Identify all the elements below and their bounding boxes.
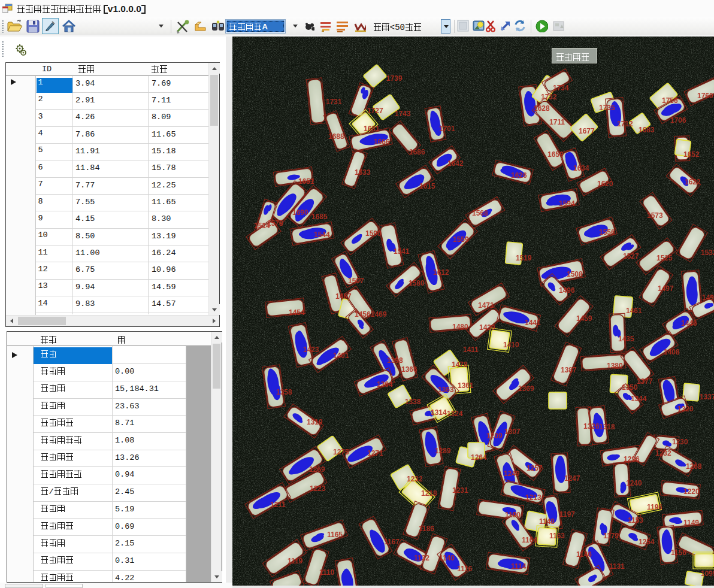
svg-text:1459: 1459 xyxy=(576,314,592,323)
svg-text:1153: 1153 xyxy=(628,516,643,525)
svg-text:1095: 1095 xyxy=(701,569,714,578)
svg-text:1556: 1556 xyxy=(599,228,615,237)
svg-text:1410: 1410 xyxy=(503,341,519,349)
svg-text:1480: 1480 xyxy=(452,323,468,331)
svg-text:1132: 1132 xyxy=(414,554,429,562)
svg-text:1494: 1494 xyxy=(702,293,714,302)
svg-text:1337: 1337 xyxy=(700,393,714,401)
svg-text:1743: 1743 xyxy=(395,110,411,118)
svg-text:1213: 1213 xyxy=(525,493,541,502)
svg-text:1110: 1110 xyxy=(319,568,335,577)
svg-text:1230: 1230 xyxy=(672,438,688,446)
svg-text:1318: 1318 xyxy=(599,423,615,431)
svg-text:1164: 1164 xyxy=(522,536,537,544)
svg-text:1196: 1196 xyxy=(647,503,662,511)
svg-text:1701: 1701 xyxy=(439,125,455,133)
svg-text:1615: 1615 xyxy=(419,182,435,190)
svg-text:1712: 1712 xyxy=(617,120,633,128)
svg-text:1218: 1218 xyxy=(421,489,437,498)
svg-text:1731: 1731 xyxy=(326,98,342,106)
svg-text:1307: 1307 xyxy=(504,428,521,436)
svg-text:1231: 1231 xyxy=(452,486,468,495)
svg-text:1240: 1240 xyxy=(626,479,642,487)
svg-text:1264: 1264 xyxy=(471,453,487,462)
svg-text:1683: 1683 xyxy=(639,126,655,134)
svg-text:1478: 1478 xyxy=(452,360,468,369)
svg-text:1756: 1756 xyxy=(662,96,678,105)
svg-text:1559: 1559 xyxy=(453,235,469,244)
svg-text:1140: 1140 xyxy=(439,554,455,562)
svg-text:1319: 1319 xyxy=(307,418,323,426)
svg-text:1257: 1257 xyxy=(527,464,543,472)
svg-text:1497: 1497 xyxy=(658,284,674,293)
svg-text:1622: 1622 xyxy=(685,178,701,186)
svg-text:1441: 1441 xyxy=(525,319,541,327)
svg-text:1532: 1532 xyxy=(701,248,714,257)
svg-text:1732: 1732 xyxy=(541,93,557,101)
svg-text:1190: 1190 xyxy=(505,511,521,519)
svg-text:1324: 1324 xyxy=(447,410,463,418)
svg-text:1652: 1652 xyxy=(683,150,700,159)
svg-text:1271: 1271 xyxy=(367,449,383,457)
svg-text:1527: 1527 xyxy=(623,252,639,260)
svg-text:1496: 1496 xyxy=(559,286,575,295)
svg-text:1275: 1275 xyxy=(333,448,349,456)
svg-text:1666: 1666 xyxy=(374,138,390,146)
svg-text:1197: 1197 xyxy=(559,510,575,519)
svg-text:1223: 1223 xyxy=(310,484,326,493)
svg-text:1711: 1711 xyxy=(549,118,565,126)
svg-text:1461: 1461 xyxy=(626,307,642,315)
svg-text:1369: 1369 xyxy=(518,384,534,393)
svg-text:1326: 1326 xyxy=(583,422,600,431)
svg-text:1232: 1232 xyxy=(407,475,423,483)
svg-text:1634: 1634 xyxy=(573,164,589,172)
svg-text:1760: 1760 xyxy=(697,92,713,100)
svg-text:1544: 1544 xyxy=(314,231,330,239)
svg-text:1289: 1289 xyxy=(435,447,451,455)
svg-text:1739: 1739 xyxy=(386,74,403,83)
svg-text:1338: 1338 xyxy=(405,398,421,406)
svg-text:1116: 1116 xyxy=(457,565,473,573)
svg-text:1149: 1149 xyxy=(683,519,699,527)
svg-text:1377: 1377 xyxy=(637,377,653,386)
svg-text:1626: 1626 xyxy=(511,171,527,180)
svg-text:1735: 1735 xyxy=(599,104,615,112)
svg-text:1435: 1435 xyxy=(618,335,634,343)
svg-text:1401: 1401 xyxy=(333,351,349,360)
svg-text:1364: 1364 xyxy=(377,380,393,389)
svg-text:1467: 1467 xyxy=(335,292,352,301)
svg-text:1471: 1471 xyxy=(478,301,494,310)
svg-text:1165: 1165 xyxy=(327,531,343,539)
svg-text:1541: 1541 xyxy=(394,247,410,256)
svg-text:1706: 1706 xyxy=(670,116,686,125)
svg-text:1734: 1734 xyxy=(553,84,569,92)
svg-text:1446: 1446 xyxy=(681,319,697,328)
svg-text:1690: 1690 xyxy=(292,208,308,217)
svg-text:1344: 1344 xyxy=(631,395,647,403)
svg-text:1594: 1594 xyxy=(559,199,575,208)
svg-text:1220: 1220 xyxy=(683,487,700,496)
svg-text:1269: 1269 xyxy=(309,465,325,474)
svg-text:1249: 1249 xyxy=(504,469,520,478)
svg-text:1411: 1411 xyxy=(463,345,479,354)
svg-text:1350: 1350 xyxy=(622,383,638,392)
svg-text:1685: 1685 xyxy=(311,213,328,221)
svg-text:1186: 1186 xyxy=(419,525,434,533)
svg-text:1508: 1508 xyxy=(567,270,583,278)
svg-text:1727: 1727 xyxy=(367,107,383,115)
svg-text:1423: 1423 xyxy=(303,345,319,354)
svg-text:1236: 1236 xyxy=(624,455,640,463)
svg-text:1179: 1179 xyxy=(603,532,619,540)
svg-text:1568: 1568 xyxy=(472,209,488,217)
svg-text:1439: 1439 xyxy=(479,323,495,332)
svg-text:1167: 1167 xyxy=(384,538,400,546)
svg-text:1247: 1247 xyxy=(564,474,580,483)
svg-text:1469: 1469 xyxy=(371,310,387,319)
svg-text:1148: 1148 xyxy=(539,517,555,526)
svg-text:1209: 1209 xyxy=(486,432,503,440)
svg-text:1361: 1361 xyxy=(458,381,474,390)
svg-text:1633: 1633 xyxy=(355,168,371,177)
svg-text:1380: 1380 xyxy=(607,362,623,370)
svg-text:1408: 1408 xyxy=(664,348,680,356)
svg-text:1590: 1590 xyxy=(365,229,382,238)
